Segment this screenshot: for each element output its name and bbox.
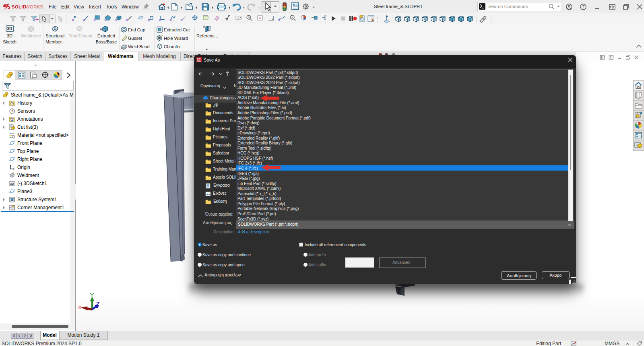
svg-text:N: N xyxy=(248,16,250,19)
svg-text:WORKS: WORKS xyxy=(25,4,43,9)
svg-text:3D: 3D xyxy=(10,182,14,185)
svg-text:3D: 3D xyxy=(7,27,12,31)
svg-text:=10: =10 xyxy=(237,17,241,20)
svg-text:A: A xyxy=(291,16,293,19)
svg-text:?: ? xyxy=(582,4,584,9)
svg-text:A: A xyxy=(11,119,13,122)
svg-text:SOLID: SOLID xyxy=(12,4,26,9)
svg-text:2024: 2024 xyxy=(197,60,201,62)
svg-text:A: A xyxy=(259,16,261,20)
